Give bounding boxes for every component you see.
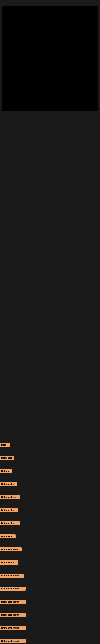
cursor-line-1 (1, 127, 1, 133)
bottleneck-item-r15: Bottleneck result (0, 626, 26, 630)
bottleneck-badge-r4: Bottleneck r (0, 482, 17, 486)
bottleneck-item-r16: Bottleneck result (0, 639, 26, 643)
bottleneck-badge-r7: Bottleneck re (0, 521, 20, 525)
bottleneck-badge-r12: Bottleneck result (0, 587, 26, 591)
bottleneck-badge-r13: Bottleneck result (0, 600, 26, 604)
bottleneck-item-r6: Bottleneck r (0, 508, 18, 512)
cursor-line-2 (1, 147, 1, 153)
bottleneck-badge-r15: Bottleneck result (0, 626, 26, 630)
bottleneck-item-r9: Bottleneck resu (0, 548, 22, 552)
bottleneck-badge-r10: Bottleneck r (0, 560, 18, 564)
bottleneck-badge-r14: Bottleneck result (0, 613, 26, 617)
bottleneck-badge-r9: Bottleneck resu (0, 548, 22, 552)
bottleneck-item-r4: Bottleneck r (0, 482, 17, 486)
main-chart (2, 6, 98, 111)
bottleneck-badge-r8: Bottleneck (0, 534, 16, 538)
bottleneck-badge-r5: Bottleneck res (0, 495, 20, 499)
bottleneck-item-r3: Bottlen (0, 469, 12, 473)
bottleneck-badge-r11: Bottleneck result (0, 574, 24, 578)
bottleneck-item-r10: Bottleneck r (0, 560, 18, 564)
bottleneck-item-r14: Bottleneck result (0, 613, 26, 617)
bottleneck-badge-r16: Bottleneck result (0, 639, 26, 643)
bottleneck-badge-r2: Bottleneck (0, 456, 14, 460)
bottleneck-badge-r1: Bottl (0, 443, 10, 447)
bottleneck-item-r12: Bottleneck result (0, 587, 26, 591)
bottleneck-badge-r3: Bottlen (0, 469, 12, 473)
bottleneck-item-r2: Bottleneck (0, 456, 14, 460)
bottleneck-item-r7: Bottleneck re (0, 521, 20, 525)
bottleneck-item-r13: Bottleneck result (0, 600, 26, 604)
bottleneck-item-r11: Bottleneck result (0, 574, 24, 578)
bottleneck-item-r1: Bottl (0, 443, 10, 447)
bottleneck-item-r5: Bottleneck res (0, 495, 20, 499)
bottleneck-badge-r6: Bottleneck r (0, 508, 18, 512)
bottleneck-item-r8: Bottleneck (0, 534, 16, 538)
